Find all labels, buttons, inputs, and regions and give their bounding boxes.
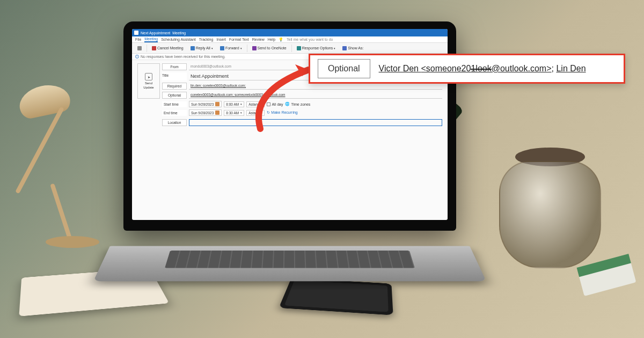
required-button[interactable]: Required bbox=[162, 83, 187, 90]
window-title-prefix: Next Appointment bbox=[141, 31, 170, 35]
send-update-button[interactable]: ➤ Send Update bbox=[137, 63, 160, 99]
undo-button[interactable] bbox=[135, 45, 144, 52]
forward-button[interactable]: Forward▾ bbox=[218, 45, 244, 52]
optional-button[interactable]: Optional bbox=[162, 92, 187, 99]
jar-prop bbox=[499, 161, 601, 268]
box-prop bbox=[577, 254, 636, 296]
ribbon-toolbar: Cancel Meeting Reply All▾ Forward▾ Send … bbox=[132, 43, 448, 54]
ribbon-tabs: File Meeting Scheduling Assistant Tracki… bbox=[132, 36, 448, 43]
calendar-icon bbox=[215, 111, 219, 115]
laptop-keyboard bbox=[93, 246, 486, 282]
desk-lamp bbox=[5, 43, 123, 247]
title-label: Title bbox=[162, 72, 187, 80]
attendee-2[interactable]: Lin Den bbox=[556, 64, 586, 73]
attendee-1[interactable]: Victor Den <someone201look@outlook.com> bbox=[379, 64, 552, 73]
end-date-picker[interactable]: Sun 9/28/2023 bbox=[189, 109, 222, 116]
tell-me-search[interactable]: Tell me what you want to do bbox=[287, 38, 333, 41]
tab-file[interactable]: File bbox=[135, 38, 141, 41]
start-time-picker[interactable]: 8:00 AM▾ bbox=[224, 101, 244, 107]
cancel-meeting-button[interactable]: Cancel Meeting bbox=[150, 45, 186, 52]
location-button[interactable]: Location bbox=[162, 119, 187, 126]
show-as-button[interactable]: Show As: bbox=[340, 45, 365, 52]
tab-insert[interactable]: Insert bbox=[216, 38, 226, 41]
start-time-label: Start time bbox=[162, 101, 187, 107]
tab-tracking[interactable]: Tracking bbox=[199, 38, 214, 41]
response-options-button[interactable]: Response Options▾ bbox=[295, 45, 338, 52]
outlook-app-icon bbox=[134, 31, 138, 35]
calendar-icon bbox=[215, 102, 219, 106]
tab-review[interactable]: Review bbox=[252, 38, 265, 41]
start-date-picker[interactable]: Sun 9/28/2023 bbox=[189, 101, 222, 107]
send-to-onenote-button[interactable]: Send to OneNote bbox=[250, 45, 289, 52]
send-icon: ➤ bbox=[145, 73, 152, 80]
info-text: No responses have been received for this… bbox=[141, 55, 225, 58]
title-bar: Next Appointment Meeting bbox=[132, 29, 448, 36]
callout-optional-button[interactable]: Optional bbox=[318, 59, 370, 78]
from-label[interactable]: From bbox=[162, 63, 187, 70]
window-title-suffix: Meeting bbox=[172, 31, 186, 35]
info-icon: i bbox=[135, 55, 139, 58]
tab-meeting[interactable]: Meeting bbox=[144, 37, 158, 42]
callout-attendees[interactable]: Victor Den <someone201look@outlook.com>;… bbox=[379, 64, 586, 74]
tab-help[interactable]: Help bbox=[268, 38, 275, 41]
optional-callout: Optional Victor Den <someone201look@outl… bbox=[309, 54, 625, 84]
reply-all-button[interactable]: Reply All▾ bbox=[188, 45, 215, 52]
end-time-label: End time bbox=[162, 110, 187, 116]
tab-scheduling[interactable]: Scheduling Assistant bbox=[161, 38, 196, 41]
tab-format[interactable]: Format Text bbox=[229, 38, 249, 41]
end-time-picker[interactable]: 8:30 AM▾ bbox=[224, 110, 244, 116]
